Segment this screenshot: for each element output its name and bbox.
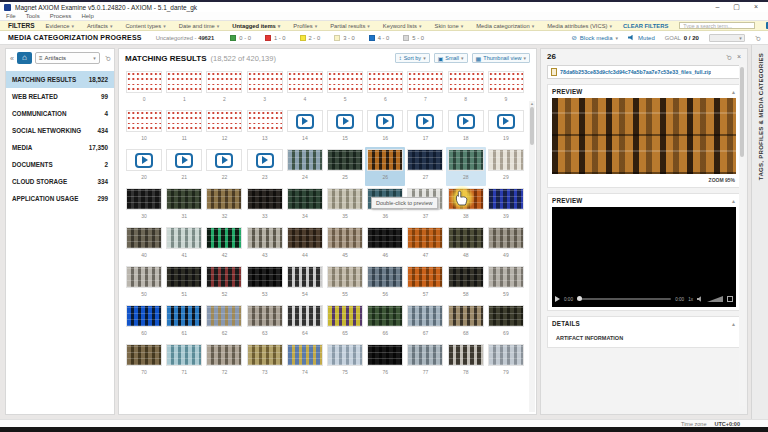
grid-item-46[interactable]: 46 (365, 225, 405, 264)
grid-item-67[interactable]: 67 (405, 303, 445, 342)
detail-pin-icon[interactable]: ⚲ (724, 52, 733, 61)
grid-item-34[interactable]: 34 (285, 186, 325, 225)
grid-item-64[interactable]: 64 (285, 303, 325, 342)
menu-item-process[interactable]: Process (50, 13, 72, 19)
thumbnail[interactable] (367, 227, 403, 249)
grid-item-69[interactable]: 69 (486, 303, 526, 342)
view-mode-button[interactable]: ▦ Thumbnail view▾ (472, 53, 530, 63)
thumbnail[interactable] (287, 266, 323, 288)
thumbnail[interactable] (367, 110, 403, 132)
thumbnail[interactable] (367, 305, 403, 327)
grid-item-74[interactable]: 74 (285, 342, 325, 381)
grid-item-40[interactable]: 40 (124, 225, 164, 264)
artifacts-dropdown[interactable]: ≡ Artifacts ▾ (35, 52, 100, 64)
grid-item-27[interactable]: 27 (405, 147, 445, 186)
thumbnail[interactable] (488, 266, 524, 288)
thumbnail[interactable] (126, 266, 162, 288)
thumbnail[interactable] (488, 188, 524, 210)
thumbnail[interactable] (166, 110, 202, 132)
thumbnail[interactable] (448, 110, 484, 132)
grid-item-75[interactable]: 75 (325, 342, 365, 381)
thumbnail[interactable] (166, 344, 202, 366)
grid-item-60[interactable]: 60 (124, 303, 164, 342)
pin-icon[interactable]: ⚲ (753, 33, 762, 42)
grid-item-25[interactable]: 25 (325, 147, 365, 186)
thumbnail[interactable] (407, 71, 443, 93)
menu-item-file[interactable]: File (6, 13, 16, 19)
thumbnail[interactable] (247, 227, 283, 249)
grid-item-22[interactable]: 22 (204, 147, 244, 186)
thumbnail[interactable] (488, 227, 524, 249)
maximize-button[interactable]: ▢ (733, 2, 740, 12)
grid-item-33[interactable]: 33 (245, 186, 285, 225)
grid-item-23[interactable]: 23 (245, 147, 285, 186)
thumbnail[interactable] (327, 227, 363, 249)
grid-item-13[interactable]: 13 (245, 108, 285, 147)
tags-profiles-tab[interactable]: TAGS, PROFILES & MEDIA CATEGORIES (758, 53, 764, 180)
thumbnail[interactable] (247, 266, 283, 288)
grid-item-49[interactable]: 49 (486, 225, 526, 264)
sidebar-item-web-related[interactable]: WEB RELATED99 (6, 88, 114, 105)
block-media-button[interactable]: ⊘ Block media▾ (571, 34, 618, 42)
thumbnail[interactable] (488, 305, 524, 327)
grid-item-42[interactable]: 42 (204, 225, 244, 264)
grid-item-78[interactable]: 78 (446, 342, 486, 381)
collapse-sidebar-icon[interactable]: « (10, 55, 14, 62)
thumbnail[interactable] (488, 344, 524, 366)
menu-item-tools[interactable]: Tools (26, 13, 40, 19)
collapse-section-icon[interactable]: ▲ (731, 89, 736, 95)
sidebar-item-communication[interactable]: COMMUNICATION4 (6, 105, 114, 122)
evidence-file-chip[interactable]: 78da6b253ce83d9cfc3d94c74a5b7aa7e7c53e33… (547, 65, 741, 79)
filter-partial-results[interactable]: Partial results▾ (330, 23, 370, 29)
grid-item-15[interactable]: 15 (325, 108, 365, 147)
grid-item-59[interactable]: 59 (486, 264, 526, 303)
grid-item-14[interactable]: 14 (285, 108, 325, 147)
thumbnail[interactable] (247, 305, 283, 327)
thumbnail[interactable] (407, 344, 443, 366)
filter-untagged-items[interactable]: Untagged items▾ (232, 23, 280, 29)
grid-item-30[interactable]: 30 (124, 186, 164, 225)
thumbnail[interactable] (448, 71, 484, 93)
grid-item-39[interactable]: 39 (486, 186, 526, 225)
thumbnail[interactable] (206, 266, 242, 288)
grid-item-6[interactable]: 6 (365, 69, 405, 108)
grid-item-24[interactable]: 24 (285, 147, 325, 186)
grid-item-53[interactable]: 53 (245, 264, 285, 303)
thumbnail[interactable] (247, 188, 283, 210)
menu-item-help[interactable]: Help (81, 13, 93, 19)
grid-item-51[interactable]: 51 (164, 264, 204, 303)
thumbnail[interactable] (327, 266, 363, 288)
grid-item-71[interactable]: 71 (164, 342, 204, 381)
grid-item-18[interactable]: 18 (446, 108, 486, 147)
thumbnail[interactable] (206, 110, 242, 132)
detail-scrollbar[interactable] (739, 65, 745, 406)
grid-item-28[interactable]: 28 (446, 147, 486, 186)
filter-evidence[interactable]: Evidence▾ (46, 23, 74, 29)
thumbnail[interactable] (488, 110, 524, 132)
filter-skin-tone[interactable]: Skin tone▾ (435, 23, 464, 29)
thumbnail[interactable] (448, 344, 484, 366)
scroll-up-icon[interactable]: ▲ (529, 101, 535, 106)
thumbnail[interactable] (488, 149, 524, 171)
sidebar-item-cloud-storage[interactable]: CLOUD STORAGE334 (6, 173, 114, 190)
thumbnail[interactable] (407, 149, 443, 171)
collapse-section-icon[interactable]: ▲ (731, 198, 736, 204)
grid-item-43[interactable]: 43 (245, 225, 285, 264)
grid-item-20[interactable]: 20 (124, 147, 164, 186)
grid-item-44[interactable]: 44 (285, 225, 325, 264)
thumbnail[interactable] (367, 71, 403, 93)
grid-item-4[interactable]: 4 (285, 69, 325, 108)
volume-icon[interactable] (697, 296, 703, 302)
thumbnail[interactable] (407, 305, 443, 327)
grid-item-54[interactable]: 54 (285, 264, 325, 303)
grid-item-76[interactable]: 76 (365, 342, 405, 381)
grid-item-55[interactable]: 55 (325, 264, 365, 303)
grid-item-45[interactable]: 45 (325, 225, 365, 264)
grid-item-8[interactable]: 8 (446, 69, 486, 108)
sidebar-pin-icon[interactable]: ⚲ (103, 53, 112, 62)
grid-item-31[interactable]: 31 (164, 186, 204, 225)
thumbnail[interactable] (327, 305, 363, 327)
grid-item-21[interactable]: 21 (164, 147, 204, 186)
thumbnail[interactable] (287, 188, 323, 210)
grid-item-3[interactable]: 3 (245, 69, 285, 108)
